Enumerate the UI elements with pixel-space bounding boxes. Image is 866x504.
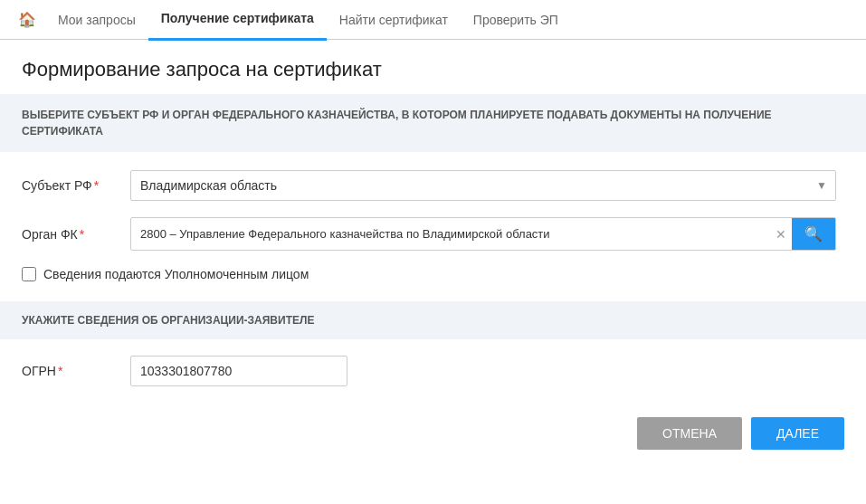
- section-banner-2: УКАЖИТЕ СВЕДЕНИЯ ОБ ОРГАНИЗАЦИИ-ЗАЯВИТЕЛ…: [0, 301, 866, 339]
- home-button[interactable]: 🏠: [9, 0, 45, 40]
- organ-fk-row: Орган ФК* ✕ 🔍: [22, 217, 844, 251]
- authorized-person-label[interactable]: Сведения подаются Уполномоченным лицом: [43, 267, 309, 281]
- form-area: Субъект РФ* Владимирская область ▼ Орган…: [0, 170, 866, 281]
- nav-item-check-ep[interactable]: Проверить ЭП: [461, 0, 571, 40]
- clear-icon[interactable]: ✕: [770, 227, 792, 242]
- nav-item-my-requests[interactable]: Мои запросы: [45, 0, 148, 40]
- ogrn-label: ОГРН*: [22, 364, 130, 378]
- organ-fk-input[interactable]: [131, 220, 770, 248]
- cancel-button[interactable]: ОТМЕНА: [637, 417, 742, 450]
- subject-rf-label: Субъект РФ*: [22, 178, 130, 193]
- ogrn-control: [130, 356, 836, 386]
- organ-fk-wrapper: ✕ 🔍: [130, 217, 836, 251]
- search-icon: 🔍: [804, 225, 823, 242]
- organ-fk-label: Орган ФК*: [22, 227, 130, 242]
- footer-bar: ОТМЕНА ДАЛЕЕ: [0, 404, 866, 462]
- next-button[interactable]: ДАЛЕЕ: [751, 417, 844, 450]
- subject-rf-row: Субъект РФ* Владимирская область ▼: [22, 170, 844, 201]
- page-title: Формирование запроса на сертификат: [0, 40, 866, 94]
- checkbox-row: Сведения подаются Уполномоченным лицом: [22, 267, 844, 281]
- organ-fk-control: ✕ 🔍: [130, 217, 836, 251]
- authorized-person-checkbox[interactable]: [22, 267, 36, 281]
- subject-rf-wrapper: Владимирская область ▼: [130, 170, 836, 201]
- ogrn-row: ОГРН*: [22, 356, 844, 386]
- subject-rf-select[interactable]: Владимирская область: [130, 170, 836, 201]
- nav-item-find-cert[interactable]: Найти сертификат: [327, 0, 461, 40]
- ogrn-input[interactable]: [130, 356, 347, 386]
- section-banner-1: ВЫБЕРИТЕ СУБЪЕКТ РФ И ОРГАН ФЕДЕРАЛЬНОГО…: [0, 94, 866, 152]
- nav-bar: 🏠 Мои запросы Получение сертификата Найт…: [0, 0, 866, 40]
- nav-item-get-cert[interactable]: Получение сертификата: [148, 0, 327, 41]
- form-area-2: ОГРН*: [0, 356, 866, 386]
- home-icon: 🏠: [18, 12, 36, 27]
- search-button[interactable]: 🔍: [792, 218, 835, 250]
- subject-rf-control: Владимирская область ▼: [130, 170, 836, 201]
